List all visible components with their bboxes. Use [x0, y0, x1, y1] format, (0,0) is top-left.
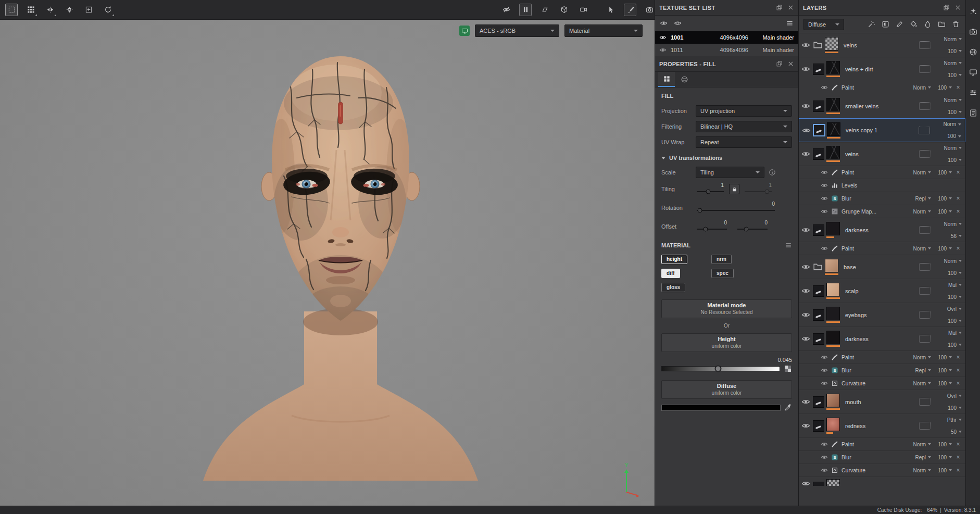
- channel-filter-dropdown[interactable]: Diffuse: [803, 19, 844, 30]
- history-icon[interactable]: [102, 4, 114, 16]
- layer-effect-row[interactable]: SBlurRepl100×: [799, 364, 965, 377]
- effect-visibility-toggle[interactable]: [821, 454, 828, 461]
- layer-opacity-dropdown[interactable]: 100: [948, 405, 962, 411]
- add-smart-material-icon[interactable]: [923, 19, 933, 29]
- layer-visibility-toggle[interactable]: [801, 225, 810, 234]
- uv-transformations-toggle[interactable]: UV transformations: [661, 155, 792, 161]
- layer-effect-row[interactable]: PaintNorm100×: [799, 166, 965, 179]
- layer-row-scalp[interactable]: scalpMul100: [799, 279, 965, 303]
- layer-color-thumbnail[interactable]: [826, 283, 840, 296]
- effect-opacity-dropdown[interactable]: 100: [934, 246, 952, 252]
- tab-preview-sphere[interactable]: [676, 72, 693, 87]
- effect-blend-mode-dropdown[interactable]: Norm: [909, 170, 931, 175]
- slider-handle[interactable]: [764, 190, 769, 194]
- layer-visibility-toggle[interactable]: [801, 149, 810, 158]
- effect-blend-mode-dropdown[interactable]: Norm: [909, 85, 931, 91]
- close-icon[interactable]: [954, 4, 961, 11]
- effect-opacity-dropdown[interactable]: 100: [934, 355, 952, 360]
- height-gradient-slider[interactable]: [661, 366, 780, 371]
- layer-color-thumbnail[interactable]: [826, 98, 840, 111]
- environment-dock-icon[interactable]: [968, 47, 978, 57]
- camera-mode-icon[interactable]: [577, 4, 589, 16]
- height-uniform-button[interactable]: Height uniform color: [661, 333, 792, 352]
- effect-visibility-toggle[interactable]: [821, 367, 828, 374]
- remove-effect-button[interactable]: ×: [955, 208, 961, 215]
- layer-blend-mode-dropdown[interactable]: Ovrl: [947, 306, 962, 312]
- layer-mask-thumbnail[interactable]: [813, 148, 824, 160]
- filtering-dropdown[interactable]: Bilinear | HQ: [696, 121, 792, 132]
- tiling-x-slider[interactable]: 1: [697, 182, 724, 196]
- layer-visibility-toggle[interactable]: [801, 397, 810, 406]
- layer-opacity-dropdown[interactable]: 100: [948, 157, 962, 163]
- layer-mask-thumbnail[interactable]: [813, 285, 824, 297]
- layer-visibility-toggle[interactable]: [801, 41, 810, 49]
- layer-color-thumbnail[interactable]: [826, 418, 840, 431]
- effect-visibility-toggle[interactable]: [821, 245, 828, 252]
- layer-mask-thumbnail[interactable]: [813, 224, 824, 236]
- remove-effect-button[interactable]: ×: [955, 441, 961, 447]
- layer-row-veins[interactable]: veinsNorm100: [799, 33, 965, 57]
- pause-engine-button[interactable]: [519, 4, 532, 16]
- offset-y-slider[interactable]: 0: [737, 220, 768, 233]
- layer-mask-thumbnail[interactable]: [813, 482, 824, 486]
- undock-icon[interactable]: [943, 4, 950, 11]
- effect-visibility-toggle[interactable]: [821, 169, 828, 176]
- layer-effect-row[interactable]: CurvatureNorm100×: [799, 377, 965, 390]
- channel-chip-spec[interactable]: spec: [711, 269, 734, 278]
- layer-mask-thumbnail[interactable]: [813, 101, 824, 112]
- layer-mask-thumbnail[interactable]: [813, 396, 824, 408]
- layer-blend-mode-dropdown[interactable]: Ovrl: [947, 393, 962, 399]
- remove-effect-button[interactable]: ×: [955, 367, 961, 373]
- layer-blend-mode-dropdown[interactable]: Norm: [944, 97, 962, 103]
- layer-row[interactable]: [799, 477, 965, 486]
- layer-blend-mode-dropdown[interactable]: Norm: [944, 36, 962, 42]
- layer-effect-row[interactable]: PaintNorm100×: [799, 81, 965, 94]
- layer-mask-thumbnail[interactable]: [813, 309, 824, 321]
- layer-visibility-toggle[interactable]: [801, 310, 810, 319]
- layer-color-thumbnail[interactable]: [826, 394, 840, 407]
- layer-color-thumbnail[interactable]: [826, 479, 840, 486]
- layer-blend-mode-dropdown[interactable]: Norm: [944, 221, 962, 227]
- color-profile-icon[interactable]: [459, 26, 470, 36]
- layer-opacity-dropdown[interactable]: 100: [948, 294, 962, 300]
- layer-mask-thumbnail[interactable]: [813, 333, 824, 345]
- effect-visibility-toggle[interactable]: [821, 195, 828, 202]
- layer-visibility-toggle[interactable]: [801, 286, 810, 295]
- tiling-lock-button[interactable]: [729, 184, 739, 194]
- effect-opacity-dropdown[interactable]: 100: [934, 196, 952, 202]
- close-icon[interactable]: [787, 60, 794, 67]
- effect-blend-mode-dropdown[interactable]: Norm: [909, 442, 931, 447]
- slider-handle[interactable]: [706, 190, 710, 194]
- layer-effect-row[interactable]: SBlurRepl100×: [799, 451, 965, 464]
- effect-visibility-toggle[interactable]: [821, 467, 828, 474]
- layer-row-darkness[interactable]: darknessNorm56: [799, 218, 965, 242]
- layer-opacity-dropdown[interactable]: 50: [951, 429, 962, 435]
- effect-visibility-toggle[interactable]: [821, 354, 828, 361]
- layer-effect-row[interactable]: PaintNorm100×: [799, 438, 965, 451]
- slider-handle[interactable]: [703, 227, 708, 232]
- remove-effect-button[interactable]: ×: [955, 245, 961, 252]
- delete-layer-icon[interactable]: [951, 19, 961, 29]
- layer-effect-row[interactable]: PaintNorm100×: [799, 351, 965, 364]
- plane-mode-icon[interactable]: [538, 4, 551, 16]
- layer-row-base[interactable]: baseNorm100: [799, 255, 965, 279]
- brushes-dock-icon[interactable]: [968, 6, 978, 17]
- remove-effect-button[interactable]: ×: [955, 195, 961, 202]
- layer-visibility-toggle[interactable]: [801, 334, 810, 343]
- add-paint-layer-icon[interactable]: [895, 19, 904, 29]
- effect-blend-mode-dropdown[interactable]: Norm: [909, 246, 931, 252]
- layer-blend-mode-dropdown[interactable]: Norm: [944, 258, 962, 264]
- layer-blend-mode-dropdown[interactable]: Norm: [944, 121, 961, 127]
- effect-visibility-toggle[interactable]: [821, 182, 828, 189]
- diffuse-color-swatch[interactable]: [661, 405, 781, 411]
- shading-mode-dropdown[interactable]: Material: [564, 24, 643, 37]
- texture-set-row[interactable]: 10014096x4096Main shader: [655, 31, 798, 44]
- layer-visibility-toggle[interactable]: [801, 102, 810, 110]
- layer-visibility-toggle[interactable]: [801, 65, 810, 73]
- symmetry-horizontal-icon[interactable]: [44, 4, 56, 16]
- slider-handle[interactable]: [744, 227, 749, 232]
- layer-opacity-dropdown[interactable]: 100: [948, 72, 962, 78]
- eyedropper-icon[interactable]: [784, 404, 792, 411]
- effect-blend-mode-dropdown[interactable]: Norm: [909, 468, 931, 473]
- add-fill-layer-icon[interactable]: [909, 19, 919, 29]
